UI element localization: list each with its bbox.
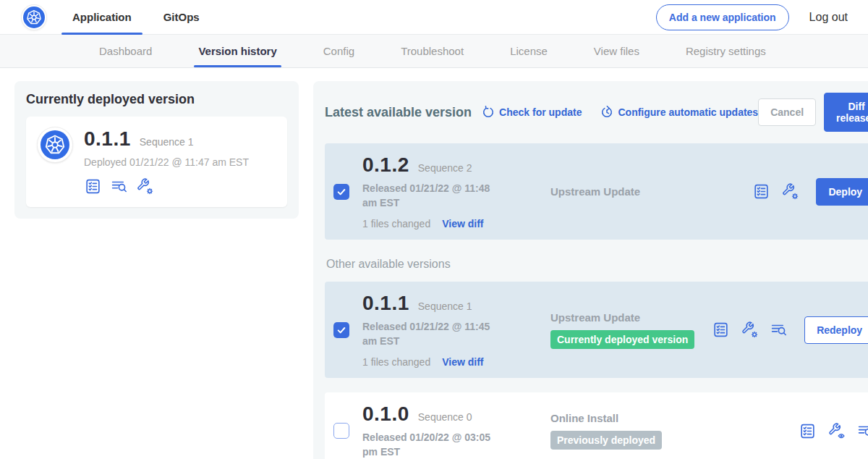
nav-tab-application[interactable]: Application xyxy=(72,0,132,35)
wrench-gear-icon[interactable] xyxy=(136,177,154,195)
subnav-version-history[interactable]: Version history xyxy=(198,35,276,67)
view-diff-link[interactable]: View diff xyxy=(442,218,483,230)
currently-deployed-title: Currently deployed version xyxy=(26,92,287,107)
subnav-registry-settings[interactable]: Registry settings xyxy=(686,35,766,67)
version-history-panel: Latest available version Check for updat… xyxy=(313,81,868,459)
sequence-label: Sequence 1 xyxy=(418,300,472,312)
lines-magnifier-icon[interactable] xyxy=(110,177,128,195)
nav-tab-gitops[interactable]: GitOps xyxy=(163,0,200,35)
version-checkbox[interactable] xyxy=(333,423,349,439)
subnav-config[interactable]: Config xyxy=(323,35,354,67)
checklist-icon[interactable] xyxy=(752,182,770,201)
lines-magnifier-icon[interactable] xyxy=(770,321,788,339)
subnav-license[interactable]: License xyxy=(510,35,548,67)
released-timestamp: Released 01/21/22 @ 11:45 am EST xyxy=(362,320,501,348)
deploy-button[interactable]: Deploy xyxy=(816,178,868,206)
version-checkbox[interactable] xyxy=(333,322,349,338)
wrench-gear-icon[interactable] xyxy=(741,321,759,339)
check-for-update-label: Check for update xyxy=(499,106,582,118)
version-row-0-1-1: 0.1.1 Sequence 1 Released 01/21/22 @ 11:… xyxy=(325,282,868,378)
currently-deployed-badge: Currently deployed version xyxy=(550,330,694,349)
configure-automatic-updates-link[interactable]: Configure automatic updates xyxy=(600,106,758,119)
app-avatar xyxy=(38,127,72,162)
previously-deployed-badge: Previously deployed xyxy=(550,431,662,450)
view-diff-link[interactable]: View diff xyxy=(442,356,483,368)
currently-deployed-card: Currently deployed version 0.1.1 Sequenc… xyxy=(14,81,299,219)
logout-link[interactable]: Log out xyxy=(809,11,848,24)
version-number: 0.1.0 xyxy=(362,403,409,426)
diff-releases-button[interactable]: Diff releases xyxy=(824,93,868,132)
redeploy-button[interactable]: Redeploy xyxy=(804,316,868,344)
checkmark-icon xyxy=(336,325,346,335)
add-new-application-button[interactable]: Add a new application xyxy=(656,4,789,30)
wrench-eye-icon[interactable] xyxy=(827,422,846,440)
refresh-icon xyxy=(482,106,495,119)
released-timestamp: Released 01/21/22 @ 11:48 am EST xyxy=(362,182,501,210)
version-number: 0.1.2 xyxy=(362,153,409,177)
sequence-label: Sequence 2 xyxy=(418,162,472,174)
deployed-version-box: 0.1.1 Sequence 1 Deployed 01/21/22 @ 11:… xyxy=(26,117,287,207)
subnav-view-files[interactable]: View files xyxy=(594,35,639,67)
subnav-troubleshoot[interactable]: Troubleshoot xyxy=(401,35,464,67)
checklist-icon[interactable] xyxy=(799,422,817,440)
nav-tabs: Application GitOps xyxy=(72,0,200,35)
deployed-sequence-label: Sequence 1 xyxy=(140,136,194,148)
deployed-version-number: 0.1.1 xyxy=(84,127,131,151)
version-checkbox[interactable] xyxy=(333,184,349,200)
app-logo xyxy=(22,5,46,30)
cancel-button[interactable]: Cancel xyxy=(758,98,816,126)
version-row-0-1-0: 0.1.0 Sequence 0 Released 01/20/22 @ 03:… xyxy=(325,392,868,459)
checklist-icon[interactable] xyxy=(712,321,730,339)
version-source-label: Online Install xyxy=(550,412,799,424)
kubernetes-helm-wheel-icon xyxy=(41,130,69,159)
app-subnav: Dashboard Version history Config Trouble… xyxy=(0,35,868,68)
top-navbar: Application GitOps Add a new application… xyxy=(0,0,868,35)
kubernetes-helm-wheel-icon xyxy=(23,7,45,28)
lines-magnifier-icon[interactable] xyxy=(856,422,868,440)
released-timestamp: Released 01/20/22 @ 03:05 pm EST xyxy=(362,431,501,459)
files-changed-label: 1 files changed xyxy=(362,218,430,230)
files-changed-label: 1 files changed xyxy=(362,356,430,368)
configure-automatic-updates-label: Configure automatic updates xyxy=(618,106,758,118)
clock-refresh-icon xyxy=(600,106,613,119)
check-for-update-link[interactable]: Check for update xyxy=(482,106,582,119)
checklist-icon[interactable] xyxy=(84,177,102,195)
version-row-0-1-2: 0.1.2 Sequence 2 Released 01/21/22 @ 11:… xyxy=(325,143,868,240)
checkmark-icon xyxy=(336,187,346,197)
version-source-label: Upstream Update xyxy=(550,185,752,198)
sequence-label: Sequence 0 xyxy=(418,411,472,423)
version-source-label: Upstream Update xyxy=(550,311,712,324)
other-available-versions-title: Other available versions xyxy=(326,258,868,271)
deployed-timestamp: Deployed 01/21/22 @ 11:47 am EST xyxy=(84,156,249,168)
wrench-gear-icon[interactable] xyxy=(781,182,799,201)
latest-available-title: Latest available version xyxy=(325,105,472,120)
version-number: 0.1.1 xyxy=(362,292,409,315)
subnav-dashboard[interactable]: Dashboard xyxy=(99,35,152,67)
